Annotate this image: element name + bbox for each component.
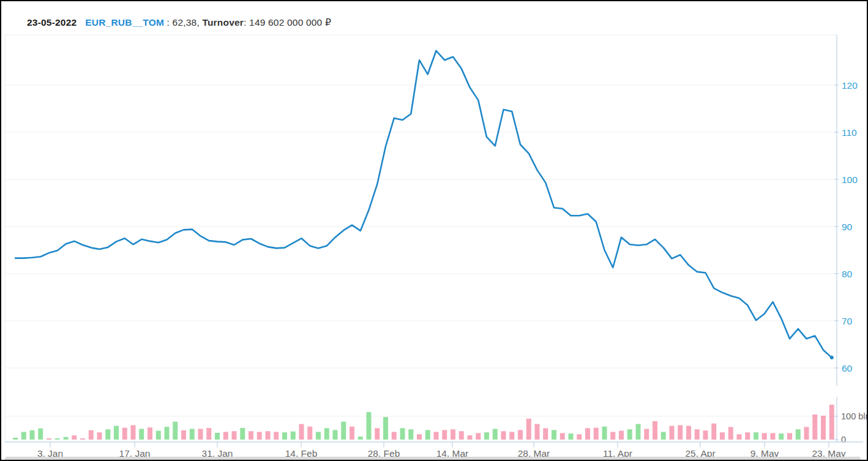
volume-bar: [711, 424, 716, 440]
volume-bar: [257, 432, 262, 440]
volume-bar: [324, 428, 329, 440]
volume-bar: [670, 426, 675, 440]
volume-bar: [644, 429, 649, 440]
volume-bar: [307, 427, 312, 440]
volume-bar: [13, 438, 18, 440]
volume-bar: [392, 432, 397, 440]
volume-bar: [215, 433, 220, 440]
volume-bar: [594, 428, 599, 440]
volume-bar: [30, 430, 35, 440]
volume-bar: [232, 431, 237, 440]
volume-bar: [476, 433, 481, 440]
volume-bar: [190, 429, 195, 440]
volume-bar: [653, 421, 657, 440]
volume-bar: [619, 431, 624, 440]
y-axis-label: 110: [842, 127, 857, 138]
y-axis-label: 120: [842, 80, 858, 91]
volume-bar: [105, 429, 110, 440]
volume-bar: [745, 432, 750, 440]
volume-bar: [560, 433, 565, 440]
volume-bar: [796, 429, 801, 440]
volume-bar: [535, 424, 540, 440]
volume-bar: [585, 428, 590, 440]
volume-bar: [72, 435, 77, 440]
volume-bar: [122, 428, 127, 440]
volume-bar: [139, 429, 144, 440]
volume-bar: [762, 433, 767, 440]
volume-bar: [627, 429, 632, 440]
volume-bar: [400, 428, 405, 440]
volume-bar: [55, 438, 60, 440]
price-line: [15, 51, 832, 358]
volume-bar: [812, 414, 817, 440]
volume-bar: [610, 432, 615, 440]
price-volume-chart[interactable]: 60708090100110120100 bln03. Jan17. Jan31…: [1, 1, 867, 460]
volume-bar: [661, 432, 666, 440]
volume-bar: [636, 424, 641, 440]
volume-bar: [686, 426, 691, 440]
volume-bar: [804, 427, 809, 440]
y-axis-label: 100: [842, 174, 858, 185]
volume-bar: [249, 431, 253, 440]
volume-bar: [678, 425, 683, 440]
volume-bar: [552, 430, 556, 440]
volume-bar: [577, 434, 582, 440]
volume-bar: [518, 430, 523, 440]
volume-bar: [350, 427, 354, 440]
volume-axis-label-0: 0: [841, 435, 846, 444]
volume-bar: [333, 430, 338, 440]
volume-bar: [821, 416, 826, 440]
volume-bar: [181, 430, 186, 440]
y-axis-label: 90: [842, 222, 853, 232]
volume-bar: [787, 433, 792, 440]
volume-bar: [89, 430, 94, 440]
volume-bar: [316, 432, 321, 440]
volume-bar: [543, 428, 548, 440]
volume-bar: [114, 426, 119, 440]
volume-bar: [442, 430, 447, 440]
volume-bar: [97, 432, 102, 440]
volume-bar: [240, 428, 245, 440]
volume-bar: [493, 429, 498, 440]
volume-bar: [459, 431, 464, 440]
volume-bar: [367, 412, 372, 440]
volume-bar: [64, 437, 69, 440]
volume-bar: [38, 429, 43, 440]
volume-bar: [484, 432, 489, 440]
volume-bar: [695, 429, 700, 440]
volume-bar: [829, 405, 834, 440]
volume-bar: [509, 432, 514, 440]
volume-bar: [737, 434, 742, 440]
volume-bar: [165, 427, 170, 440]
y-axis-label: 70: [842, 316, 853, 326]
volume-bar: [383, 417, 388, 440]
volume-bar: [206, 428, 211, 440]
volume-bar: [341, 422, 346, 440]
volume-bar: [173, 422, 178, 440]
volume-bar: [266, 431, 271, 440]
volume-bar: [728, 427, 733, 440]
volume-bar: [703, 430, 708, 440]
volume-bar: [358, 437, 363, 440]
volume-bar: [21, 432, 26, 440]
bottom-scrollbar[interactable]: [5, 457, 861, 460]
volume-bar: [375, 428, 380, 440]
volume-bar: [417, 434, 422, 440]
volume-bar: [602, 427, 607, 440]
volume-axis-label-100bln: 100 bln: [841, 411, 867, 421]
volume-bar: [771, 433, 776, 440]
chart-window: 23-05-2022EUR_RUB__TOM : 62,38, Turnover…: [0, 0, 868, 461]
y-axis-label: 60: [842, 363, 853, 373]
volume-bar: [282, 432, 287, 440]
volume-bar: [156, 431, 161, 440]
volume-bar: [779, 433, 784, 440]
last-price-dot: [830, 356, 834, 359]
volume-bar: [47, 438, 51, 440]
volume-bar: [526, 419, 531, 440]
volume-bar: [425, 430, 430, 440]
volume-bar: [299, 424, 304, 440]
volume-bar: [720, 432, 725, 440]
volume-bar: [434, 432, 439, 440]
volume-bar: [148, 427, 152, 440]
volume-bar: [291, 432, 296, 440]
